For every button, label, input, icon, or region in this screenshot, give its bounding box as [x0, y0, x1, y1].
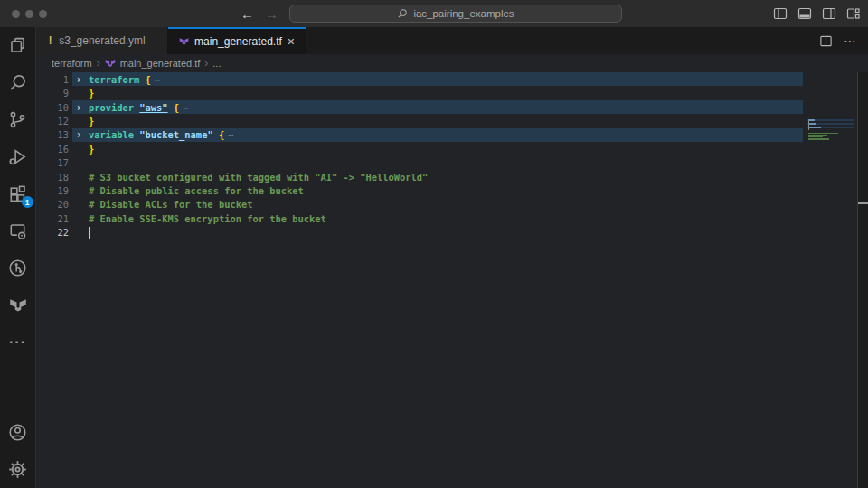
code-line[interactable]: 17 [36, 155, 868, 169]
yaml-alert-icon: ! [47, 34, 53, 47]
line-number[interactable]: 13 [36, 129, 72, 140]
toggle-secondary-sidebar-icon[interactable] [822, 6, 836, 21]
code-token: ⋯ [228, 129, 233, 140]
line-body[interactable] [72, 225, 803, 239]
line-body[interactable]: } [72, 142, 803, 155]
code-token: provider [89, 102, 134, 113]
code-text: terraform {⋯ [85, 74, 160, 85]
extensions-badge: 1 [22, 196, 33, 208]
code-line[interactable]: 12} [36, 114, 868, 127]
title-bar: ← → iac_pairing_examples [0, 0, 868, 27]
close-window-button[interactable] [12, 10, 20, 18]
code-line[interactable]: 16} [36, 142, 868, 155]
line-body[interactable]: # Disable ACLs for the bucket [72, 198, 803, 211]
code-token: # S3 bucket configured with tagged with … [89, 172, 428, 183]
tab-main-generated-tf[interactable]: main_generated.tf × [168, 27, 306, 54]
line-body[interactable]: # Disable public access for the bucket [72, 183, 803, 197]
code-line[interactable]: 21# Enable SSE-KMS encryption for the bu… [36, 211, 868, 225]
explorer-icon[interactable] [0, 27, 36, 64]
toggle-primary-sidebar-icon[interactable] [773, 6, 788, 21]
code-line[interactable]: 19# Disable public access for the bucket [36, 183, 868, 197]
highlighted-line-body[interactable]: ›terraform {⋯ [72, 72, 803, 86]
extensions-icon[interactable]: 1 [0, 175, 36, 212]
minimap[interactable] [807, 119, 854, 142]
command-center-search[interactable]: iac_pairing_examples [289, 5, 622, 23]
line-number[interactable]: 12 [36, 116, 72, 127]
code-token: } [89, 116, 94, 127]
tab-bar: ! s3_generated.yml main_generated.tf × [36, 27, 868, 54]
line-number[interactable]: 9 [36, 88, 72, 99]
terraform-icon[interactable] [0, 286, 36, 324]
code-text: variable "bucket_name" {⋯ [85, 129, 233, 140]
terraform-icon [105, 58, 116, 69]
minimize-window-button[interactable] [25, 10, 33, 18]
code-line[interactable]: 22 [36, 225, 868, 239]
toggle-panel-icon[interactable] [797, 6, 812, 21]
highlighted-line-body[interactable]: ›variable "bucket_name" {⋯ [72, 128, 803, 142]
maximize-window-button[interactable] [39, 10, 47, 18]
line-body[interactable]: # S3 bucket configured with tagged with … [72, 170, 803, 183]
customize-layout-icon[interactable] [846, 6, 861, 21]
code-token: "bucket_name" [139, 129, 212, 140]
window-controls [12, 10, 47, 18]
line-number[interactable]: 22 [36, 227, 72, 238]
highlighted-line-body[interactable]: ›provider "aws" {⋯ [72, 100, 803, 114]
search-icon[interactable] [0, 64, 36, 101]
source-control-graph-icon[interactable] [0, 249, 36, 286]
code-line[interactable]: 10›provider "aws" {⋯ [36, 100, 868, 114]
code-token: terraform [89, 74, 139, 85]
line-number[interactable]: 20 [36, 199, 72, 210]
code-token: { [174, 102, 179, 113]
account-icon[interactable] [0, 414, 36, 451]
line-number[interactable]: 10 [36, 102, 72, 113]
line-number[interactable]: 19 [36, 185, 72, 196]
line-number[interactable]: 18 [36, 172, 72, 183]
line-number[interactable]: 16 [36, 144, 72, 155]
fold-chevron-icon[interactable]: › [72, 129, 85, 140]
tab-label: s3_generated.yml [59, 34, 145, 47]
line-body[interactable]: } [72, 86, 803, 99]
code-text: provider "aws" {⋯ [85, 102, 188, 113]
code-token: } [89, 144, 94, 155]
run-debug-icon[interactable] [0, 138, 36, 175]
code-token: # Enable SSE-KMS encryption for the buck… [89, 213, 326, 224]
code-line[interactable]: 9} [36, 86, 868, 99]
breadcrumb-file[interactable]: main_generated.tf [120, 58, 201, 69]
code-token: # Disable ACLs for the bucket [89, 199, 252, 210]
activity-bar: 1 [0, 27, 36, 488]
line-body[interactable]: } [72, 114, 803, 127]
line-number[interactable]: 1 [36, 74, 72, 85]
navigate-forward-button[interactable]: → [265, 6, 278, 22]
code-editor[interactable]: 1›terraform {⋯9}10›provider "aws" {⋯12}1… [36, 72, 868, 488]
tab-s3-generated-yml[interactable]: ! s3_generated.yml [36, 27, 168, 54]
code-line[interactable]: 20# Disable ACLs for the bucket [36, 198, 868, 211]
line-number[interactable]: 17 [36, 157, 72, 168]
close-tab-icon[interactable]: × [288, 35, 295, 48]
line-body[interactable]: # Enable SSE-KMS encryption for the buck… [72, 211, 803, 225]
terraform-icon [179, 35, 189, 48]
navigate-back-button[interactable]: ← [241, 6, 254, 22]
breadcrumb-folder[interactable]: terraform [52, 58, 92, 69]
code-token: } [89, 88, 94, 99]
fold-chevron-icon[interactable]: › [72, 102, 85, 113]
editor-group: ! s3_generated.yml main_generated.tf × [36, 27, 868, 488]
more-actions-icon[interactable]: ⋯ [844, 33, 857, 48]
search-icon [397, 8, 408, 19]
split-editor-icon[interactable] [819, 34, 833, 48]
breadcrumb-separator: › [204, 57, 208, 70]
line-number[interactable]: 21 [36, 213, 72, 224]
code-line[interactable]: 18# S3 bucket configured with tagged wit… [36, 170, 868, 183]
editor-scrollbar[interactable] [857, 72, 868, 488]
remote-explorer-icon[interactable] [0, 212, 36, 249]
settings-gear-icon[interactable] [0, 451, 36, 488]
overview-cursor-marker [858, 202, 868, 204]
breadcrumb-symbol-more[interactable]: ... [212, 58, 221, 69]
line-body[interactable] [72, 155, 803, 169]
code-text: # S3 bucket configured with tagged with … [85, 172, 428, 183]
source-control-icon[interactable] [0, 101, 36, 138]
code-line[interactable]: 1›terraform {⋯ [36, 72, 868, 86]
code-token: { [146, 74, 151, 85]
code-line[interactable]: 13›variable "bucket_name" {⋯ [36, 128, 868, 142]
fold-chevron-icon[interactable]: › [72, 74, 85, 85]
more-views-ellipsis[interactable]: ··· [0, 324, 36, 361]
